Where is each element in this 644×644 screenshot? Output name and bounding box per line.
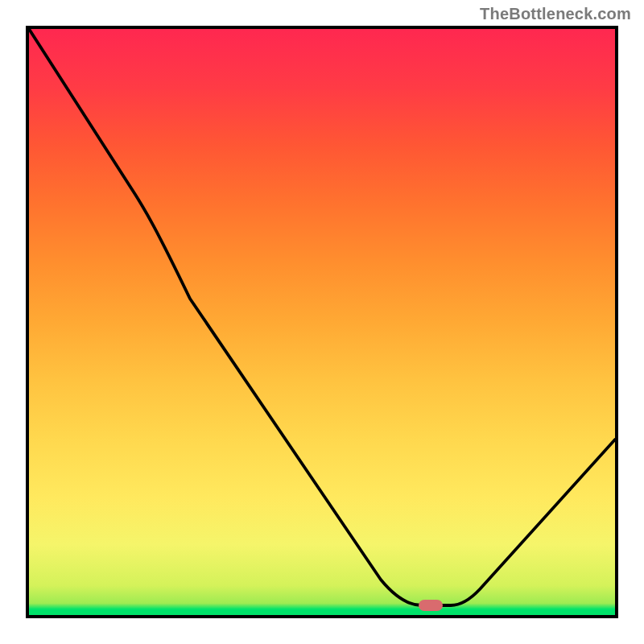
min-marker <box>419 600 443 611</box>
chart-frame: TheBottleneck.com <box>0 0 644 644</box>
curve-path <box>29 29 615 605</box>
watermark-text: TheBottleneck.com <box>480 5 631 23</box>
curve-svg <box>29 29 615 615</box>
plot-area <box>26 26 618 618</box>
